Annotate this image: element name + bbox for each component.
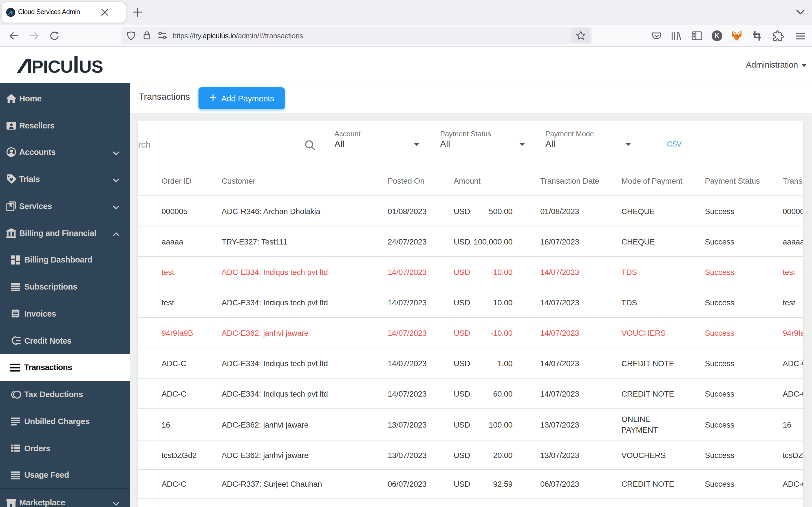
svg-text:PICUlUS: PICUlUS (31, 56, 103, 75)
svg-text:K: K (715, 32, 719, 40)
